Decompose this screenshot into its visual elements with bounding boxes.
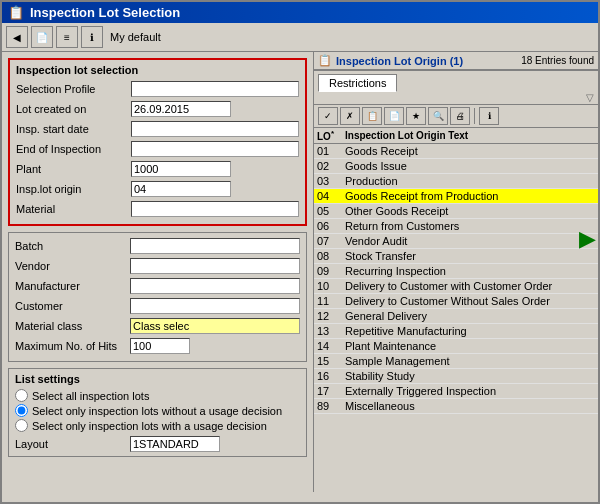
text-cell: Delivery to Customer Without Sales Order [342,294,598,309]
layout-row: Layout [15,436,300,452]
lo-cell: 15 [314,354,342,369]
insp-lot-origin-input[interactable] [131,181,231,197]
lo-cell: 06 [314,219,342,234]
table-row[interactable]: 14Plant Maintenance [314,339,598,354]
lot-created-input[interactable] [131,101,231,117]
insp-lot-origin-label: Insp.lot origin [16,183,131,195]
radio-all-lots-input[interactable] [15,389,28,402]
table-row[interactable]: 89Miscellaneous [314,399,598,414]
lo-cell: 01 [314,144,342,159]
toolbar-btn-3[interactable]: ≡ [56,26,78,48]
table-row[interactable]: 10Delivery to Customer with Customer Ord… [314,279,598,294]
customer-input[interactable] [130,298,300,314]
plant-input[interactable] [131,161,231,177]
text-cell: Return from Customers [342,219,598,234]
other-fields-section: Batch Vendor Manufacturer Customer Mater… [8,232,307,362]
dropdown-toolbar: ✓ ✗ 📋 📄 ★ 🔍 🖨 ℹ [314,105,598,128]
end-insp-row: End of Inspection [16,140,299,158]
back-button[interactable]: ◀ [6,26,28,48]
restrictions-tab-label: Restrictions [329,77,386,89]
table-header: LO* Inspection Lot Origin Text [314,128,598,144]
toolbar-btn-2[interactable]: 📄 [31,26,53,48]
material-class-label: Material class [15,320,130,332]
dd-search-btn[interactable]: 🔍 [428,107,448,125]
dropdown-icon: 📋 [318,54,332,67]
table-row[interactable]: 16Stability Study [314,369,598,384]
lo-cell: 07 [314,234,342,249]
radio-without-usage[interactable]: Select only inspection lots without a us… [15,404,300,417]
radio-all-lots[interactable]: Select all inspection lots [15,389,300,402]
toolbar-default-label: My default [110,31,161,43]
dd-copy-btn[interactable]: 📋 [362,107,382,125]
origin-table: LO* Inspection Lot Origin Text 01Goods R… [314,128,598,414]
lo-cell: 09 [314,264,342,279]
text-cell: Miscellaneous [342,399,598,414]
dd-print-btn[interactable]: 🖨 [450,107,470,125]
vendor-row: Vendor [15,257,300,275]
customer-row: Customer [15,297,300,315]
vendor-label: Vendor [15,260,130,272]
info-button[interactable]: ℹ [81,26,103,48]
table-row[interactable]: 07Vendor Audit [314,234,598,249]
left-panel: Inspection lot selection Selection Profi… [2,52,313,492]
end-insp-input[interactable] [131,141,299,157]
lo-cell: 16 [314,369,342,384]
text-cell: Stock Transfer [342,249,598,264]
dd-paste-btn[interactable]: 📄 [384,107,404,125]
dd-check-btn[interactable]: ✓ [318,107,338,125]
material-class-input[interactable] [130,318,300,334]
restrictions-tab[interactable]: Restrictions [318,74,397,92]
lo-cell: 89 [314,399,342,414]
table-row[interactable]: 06Return from Customers [314,219,598,234]
selection-section-label: Inspection lot selection [16,64,299,76]
dd-x-btn[interactable]: ✗ [340,107,360,125]
batch-input[interactable] [130,238,300,254]
max-hits-input[interactable] [130,338,190,354]
table-row[interactable]: 08Stock Transfer [314,249,598,264]
text-cell: Delivery to Customer with Customer Order [342,279,598,294]
table-row[interactable]: 13Repetitive Manufacturing [314,324,598,339]
lot-created-row: Lot created on [16,100,299,118]
table-row[interactable]: 15Sample Management [314,354,598,369]
manufacturer-row: Manufacturer [15,277,300,295]
dd-info-btn[interactable]: ℹ [479,107,499,125]
table-container[interactable]: LO* Inspection Lot Origin Text 01Goods R… [314,128,598,492]
text-cell: Repetitive Manufacturing [342,324,598,339]
insp-start-input[interactable] [131,121,299,137]
layout-input[interactable] [130,436,220,452]
list-settings-label: List settings [15,373,300,385]
table-row[interactable]: 02Goods Issue [314,159,598,174]
window-title: Inspection Lot Selection [30,5,180,20]
toolbar: ◀ 📄 ≡ ℹ My default [2,23,598,52]
lo-cell: 10 [314,279,342,294]
selection-profile-row: Selection Profile [16,80,299,98]
dd-star-btn[interactable]: ★ [406,107,426,125]
text-cell: Stability Study [342,369,598,384]
dropdown-header: 📋 Inspection Lot Origin (1) 18 Entries f… [314,52,598,71]
table-row[interactable]: 12General Delivery [314,309,598,324]
radio-without-usage-input[interactable] [15,404,28,417]
table-row[interactable]: 11Delivery to Customer Without Sales Ord… [314,294,598,309]
vendor-input[interactable] [130,258,300,274]
text-cell: Goods Issue [342,159,598,174]
lo-cell: 11 [314,294,342,309]
lo-cell: 13 [314,324,342,339]
table-row[interactable]: 04Goods Receipt from Production [314,189,598,204]
manufacturer-input[interactable] [130,278,300,294]
radio-with-usage-input[interactable] [15,419,28,432]
list-settings-section: List settings Select all inspection lots… [8,368,307,457]
lo-cell: 14 [314,339,342,354]
selection-profile-input[interactable] [131,81,299,97]
right-panel: 📋 Inspection Lot Origin (1) 18 Entries f… [313,52,598,492]
radio-with-usage[interactable]: Select only inspection lots with a usage… [15,419,300,432]
table-row[interactable]: 01Goods Receipt [314,144,598,159]
table-row[interactable]: 09Recurring Inspection [314,264,598,279]
table-row[interactable]: 17Externally Triggered Inspection [314,384,598,399]
material-row: Material [16,200,299,218]
material-input[interactable] [131,201,299,217]
table-row[interactable]: 05Other Goods Receipt [314,204,598,219]
table-row[interactable]: 03Production [314,174,598,189]
radio-with-usage-label: Select only inspection lots with a usage… [32,420,267,432]
lot-created-label: Lot created on [16,103,131,115]
content-area: Inspection lot selection Selection Profi… [2,52,598,492]
